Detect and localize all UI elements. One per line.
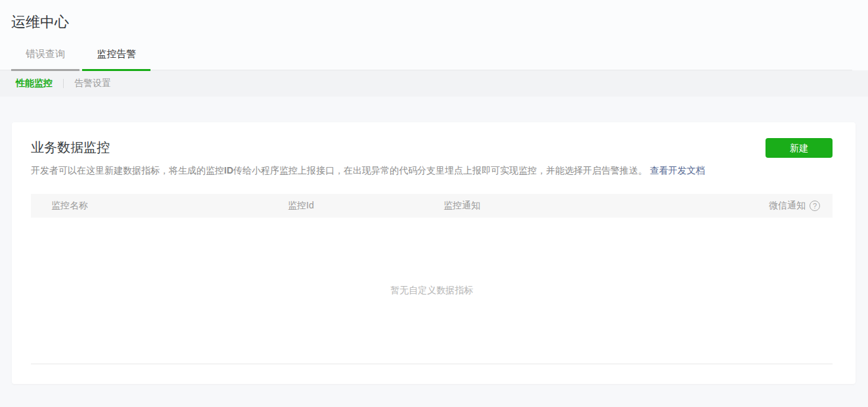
description-id-emphasis: ID	[224, 165, 233, 176]
card-bottom-divider	[31, 364, 833, 364]
page-title: 运维中心	[11, 12, 868, 32]
tab-bar: 错误查询 监控告警	[0, 48, 852, 70]
subtab-divider	[63, 79, 64, 88]
subtab-bar: 性能监控 告警设置	[0, 70, 868, 97]
tab-monitor-alert[interactable]: 监控告警	[82, 48, 150, 71]
column-monitor-notify: 监控通知	[444, 200, 769, 212]
column-monitor-name: 监控名称	[31, 200, 288, 212]
top-header: 运维中心 错误查询 监控告警	[0, 0, 868, 70]
help-question-icon[interactable]: ?	[810, 201, 820, 211]
create-new-button[interactable]: 新建	[765, 138, 833, 158]
panel-description: 开发者可以在这里新建数据指标，将生成的监控ID传给小程序监控上报接口，在出现异常…	[31, 164, 833, 177]
subtab-alert-settings[interactable]: 告警设置	[74, 78, 111, 89]
view-dev-docs-link[interactable]: 查看开发文档	[650, 165, 705, 176]
description-text-prefix: 开发者可以在这里新建数据指标，将生成的监控	[31, 165, 224, 176]
subtab-performance-monitor[interactable]: 性能监控	[16, 78, 53, 89]
column-monitor-id: 监控Id	[288, 200, 444, 212]
tab-error-query[interactable]: 错误查询	[11, 48, 80, 71]
panel-title: 业务数据监控	[31, 138, 110, 156]
column-wechat-notify-label: 微信通知	[769, 200, 806, 212]
description-text-suffix: 传给小程序监控上报接口，在出现异常的代码分支里埋点上报即可实现监控，并能选择开启…	[233, 165, 647, 176]
panel-header: 业务数据监控 新建	[31, 138, 833, 158]
empty-state-message: 暂无自定义数据指标	[31, 218, 833, 364]
column-wechat-notify: 微信通知 ?	[769, 200, 833, 212]
business-data-monitor-panel: 业务数据监控 新建 开发者可以在这里新建数据指标，将生成的监控ID传给小程序监控…	[12, 122, 856, 384]
monitor-table-header: 监控名称 监控Id 监控通知 微信通知 ?	[31, 194, 833, 218]
